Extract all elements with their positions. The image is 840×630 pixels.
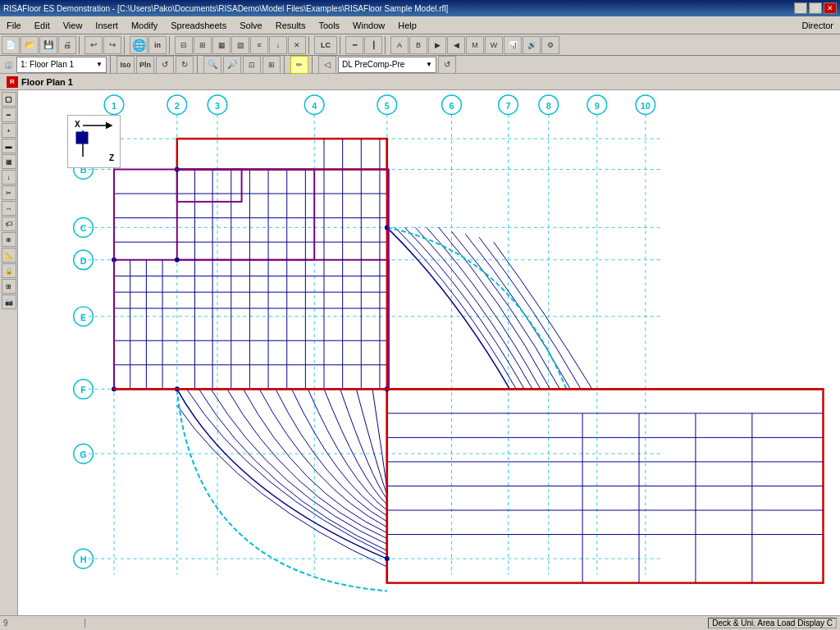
drawing-area[interactable]: X Z <box>18 90 840 615</box>
img7-button[interactable]: 📊 <box>504 36 522 54</box>
separator-t3-2 <box>197 56 200 74</box>
menu-results[interactable]: Results <box>269 19 313 32</box>
svg-text:8: 8 <box>546 101 551 111</box>
svg-rect-105 <box>114 169 389 389</box>
plan-button[interactable]: Pln <box>136 56 154 74</box>
menu-tools[interactable]: Tools <box>312 19 346 32</box>
slab-button[interactable]: ▧ <box>231 36 249 54</box>
floor-plan-selector[interactable]: 1: Floor Plan 1 ▼ <box>16 57 107 73</box>
window-controls: _ □ ✕ <box>794 2 837 14</box>
new-button[interactable]: 📄 <box>2 36 20 54</box>
svg-text:5: 5 <box>385 101 390 111</box>
draw-beam-button[interactable]: ━ <box>2 107 16 122</box>
img6-button[interactable]: W <box>485 36 503 54</box>
svg-text:F: F <box>80 385 86 395</box>
axis-svg: X Z <box>68 116 121 169</box>
separator-4 <box>308 36 312 54</box>
minimize-button[interactable]: _ <box>794 2 807 14</box>
zoom-in-button[interactable]: 🔍 <box>203 56 221 74</box>
section-button[interactable]: ⊕ <box>2 232 16 247</box>
draw-col-button[interactable]: + <box>2 123 16 138</box>
menu-insert[interactable]: Insert <box>89 19 125 32</box>
draw-deck-button[interactable]: ▦ <box>2 154 16 169</box>
units-button[interactable]: in <box>148 36 167 54</box>
zoom-out-button[interactable]: 🔎 <box>223 56 241 74</box>
load-combo-arrow-icon: ▼ <box>426 61 432 68</box>
svg-rect-59 <box>177 139 387 169</box>
bar1-button[interactable]: ━ <box>345 36 363 54</box>
maximize-button[interactable]: □ <box>809 2 822 14</box>
load-go-button[interactable]: ↺ <box>438 56 456 74</box>
load-combo-selector[interactable]: DL PreComp-Pre ▼ <box>338 57 436 73</box>
bar2-button[interactable]: ┃ <box>364 36 382 54</box>
rotate-left-button[interactable]: ↺ <box>156 56 174 74</box>
print-button[interactable]: 🖨 <box>58 36 76 54</box>
draw-load-button[interactable]: ↓ <box>2 170 16 185</box>
lc-button[interactable]: LC <box>314 36 337 54</box>
edit-mode-button[interactable]: ✏ <box>290 56 308 74</box>
modify-button[interactable]: ✂ <box>2 185 16 200</box>
separator-t3-1 <box>110 56 113 74</box>
deck-button[interactable]: ≡ <box>250 36 268 54</box>
img2-button[interactable]: B <box>409 36 427 54</box>
svg-text:Z: Z <box>109 153 114 162</box>
img9-button[interactable]: ⚙ <box>541 36 559 54</box>
menu-modify[interactable]: Modify <box>125 19 164 32</box>
main-layout: R Floor Plan 1 ▢ ━ + ▬ ▦ ↓ ✂ ↔ 🏷 ⊕ 📐 🔒 ⊞… <box>0 74 840 615</box>
svg-text:6: 6 <box>450 101 454 111</box>
img8-button[interactable]: 🔊 <box>523 36 541 54</box>
title-bar: RISAFloor ES Demonstration - [C:\Users\P… <box>0 0 840 16</box>
svg-text:3: 3 <box>215 101 220 111</box>
svg-text:4: 4 <box>312 101 317 111</box>
menu-view[interactable]: View <box>57 19 89 32</box>
menu-bar: File Edit View Insert Modify Spreadsheet… <box>0 16 840 34</box>
grid-button[interactable]: ⊞ <box>2 279 16 294</box>
menu-file[interactable]: File <box>0 19 28 32</box>
menu-edit[interactable]: Edit <box>28 19 57 32</box>
img3-button[interactable]: ▶ <box>428 36 446 54</box>
snap-button[interactable]: 🔒 <box>2 263 16 278</box>
axis-indicator: X Z <box>67 115 121 168</box>
tag-button[interactable]: 🏷 <box>2 217 16 231</box>
img1-button[interactable]: A <box>390 36 409 54</box>
camera-button[interactable]: 📷 <box>2 294 16 309</box>
status-display: Deck & Uni. Area Load Display C <box>708 618 837 628</box>
undo-button[interactable]: ↩ <box>84 36 103 54</box>
img5-button[interactable]: M <box>466 36 484 54</box>
menu-help[interactable]: Help <box>391 19 423 32</box>
open-button[interactable]: 📂 <box>21 36 39 54</box>
save-button[interactable]: 💾 <box>39 36 57 54</box>
zoom-box-button[interactable]: ⊞ <box>262 56 281 74</box>
globe-button[interactable]: 🌐 <box>130 36 148 54</box>
separator-1 <box>79 36 82 54</box>
menu-solve[interactable]: Solve <box>233 19 269 32</box>
select-button[interactable]: ▢ <box>2 92 16 107</box>
beam-button[interactable]: ⊟ <box>175 36 193 54</box>
separator-2 <box>124 36 127 54</box>
brace-button[interactable]: ✕ <box>288 36 306 54</box>
svg-point-104 <box>385 556 390 561</box>
svg-text:D: D <box>80 256 87 266</box>
floor-plan-title: Floor Plan 1 <box>21 77 73 87</box>
redo-button[interactable]: ↪ <box>103 36 121 54</box>
load-button[interactable]: ↓ <box>269 36 287 54</box>
rotate-right-button[interactable]: ↻ <box>176 56 194 74</box>
separator-t3-4 <box>312 56 315 74</box>
risa-icon: R <box>7 76 18 88</box>
menu-spreadsheets[interactable]: Spreadsheets <box>164 19 233 32</box>
svg-text:X: X <box>75 120 80 129</box>
close-button[interactable]: ✕ <box>824 2 837 14</box>
svg-rect-4 <box>76 132 88 144</box>
dimension-button[interactable]: ↔ <box>2 201 16 216</box>
separator-t3-3 <box>284 56 287 74</box>
column-button[interactable]: ⊞ <box>194 36 212 54</box>
svg-text:9: 9 <box>595 101 600 111</box>
zoom-fit-button[interactable]: ⊡ <box>243 56 261 74</box>
draw-wall-button[interactable]: ▬ <box>2 139 16 153</box>
img4-button[interactable]: ◀ <box>447 36 465 54</box>
measure-button[interactable]: 📐 <box>2 248 16 262</box>
wall-button[interactable]: ▦ <box>212 36 231 54</box>
back-button[interactable]: ◁ <box>318 56 336 74</box>
menu-window[interactable]: Window <box>346 19 391 32</box>
iso-button[interactable]: Iso <box>116 56 135 74</box>
